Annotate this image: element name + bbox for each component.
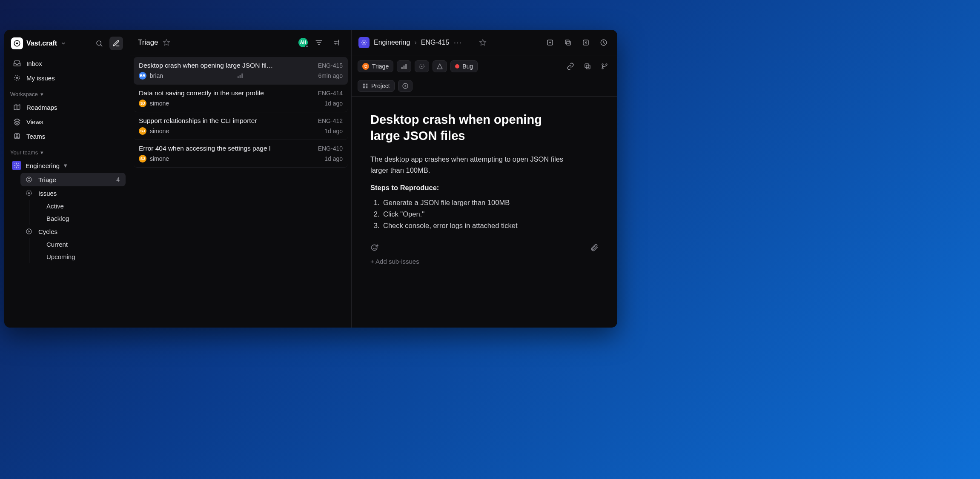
more-button[interactable]: ⋯ bbox=[453, 37, 463, 48]
label-pill-bug[interactable]: Bug bbox=[450, 60, 478, 72]
open-panel-button[interactable] bbox=[543, 36, 557, 49]
favorite-button[interactable] bbox=[479, 39, 487, 46]
link-button[interactable] bbox=[564, 60, 577, 73]
copy-button[interactable] bbox=[561, 36, 575, 49]
attach-button[interactable] bbox=[590, 243, 599, 252]
triage-icon bbox=[25, 175, 33, 184]
svg-rect-28 bbox=[586, 65, 590, 69]
close-panel-button[interactable] bbox=[579, 36, 593, 49]
sidebar-item-issues[interactable]: Issues bbox=[20, 186, 126, 200]
svg-point-10 bbox=[28, 192, 30, 194]
favorite-button[interactable] bbox=[163, 39, 170, 46]
svg-point-17 bbox=[363, 42, 365, 43]
triage-icon bbox=[362, 63, 369, 70]
breadcrumb-id[interactable]: ENG-415 bbox=[421, 39, 450, 46]
svg-point-38 bbox=[372, 245, 377, 250]
issue-title: Desktop crash when opening large JSON fi… bbox=[139, 62, 314, 69]
sidebar-item-triage[interactable]: Triage 4 bbox=[20, 173, 126, 186]
sidebar-item-views[interactable]: Views bbox=[9, 114, 126, 129]
issue-user: simone bbox=[150, 100, 169, 107]
issue-list-pane: Triage AH Desktop crash when opening lar… bbox=[130, 30, 352, 328]
duplicate-button[interactable] bbox=[581, 60, 594, 73]
issue-id: ENG-415 bbox=[318, 62, 343, 69]
svg-rect-14 bbox=[238, 76, 239, 78]
breadcrumb-separator: › bbox=[414, 39, 416, 46]
sidebar-item-current[interactable]: Current bbox=[42, 238, 126, 251]
filter-button[interactable] bbox=[312, 36, 326, 49]
sidebar-item-backlog[interactable]: Backlog bbox=[42, 212, 126, 225]
svg-rect-34 bbox=[366, 84, 367, 86]
svg-rect-19 bbox=[567, 41, 570, 45]
svg-point-2 bbox=[97, 41, 101, 46]
user-avatar: SJ bbox=[139, 100, 146, 107]
svg-point-8 bbox=[26, 177, 32, 182]
caret-down-icon: ▾ bbox=[64, 162, 67, 169]
list-title: Triage bbox=[138, 38, 158, 47]
sidebar-item-label: Issues bbox=[38, 190, 57, 197]
issue-title: Support relationships in the CLI importe… bbox=[139, 117, 314, 125]
svg-rect-25 bbox=[406, 64, 407, 69]
sidebar: Vast.craft Inbox My issues Workspace ▾ bbox=[4, 30, 130, 328]
sidebar-item-label: Views bbox=[26, 118, 43, 125]
svg-point-39 bbox=[373, 247, 374, 248]
svg-point-12 bbox=[338, 40, 339, 42]
step-item: Check console, error logs in attached ti… bbox=[381, 220, 599, 231]
issue-row[interactable]: Data not saving correctly in the user pr… bbox=[134, 85, 348, 112]
sidebar-item-label: Cycles bbox=[38, 228, 57, 235]
workspace-switcher[interactable]: Vast.craft bbox=[9, 35, 126, 56]
app-window: Vast.craft Inbox My issues Workspace ▾ bbox=[4, 30, 617, 328]
issue-row[interactable]: Desktop crash when opening large JSON fi… bbox=[134, 57, 348, 85]
issue-title[interactable]: Desktop crash when opening large JSON fi… bbox=[370, 112, 566, 144]
svg-point-40 bbox=[375, 247, 376, 248]
new-issue-button[interactable] bbox=[109, 37, 123, 50]
issue-time: 6min ago bbox=[318, 72, 343, 79]
breadcrumb-team[interactable]: Engineering bbox=[374, 39, 410, 46]
priority-pill[interactable] bbox=[397, 60, 411, 72]
history-button[interactable] bbox=[597, 36, 610, 49]
label-color-dot bbox=[455, 64, 459, 68]
section-workspace[interactable]: Workspace ▾ bbox=[9, 85, 126, 100]
svg-rect-23 bbox=[401, 67, 403, 69]
sidebar-item-upcoming[interactable]: Upcoming bbox=[42, 251, 126, 263]
inbox-icon bbox=[13, 59, 21, 68]
status-pill[interactable]: Triage bbox=[358, 60, 393, 72]
add-reaction-button[interactable] bbox=[370, 243, 379, 252]
estimate-pill[interactable] bbox=[433, 60, 447, 72]
issue-title: Error 404 when accessing the settings pa… bbox=[139, 145, 314, 152]
issue-list: Desktop crash when opening large JSON fi… bbox=[130, 55, 351, 328]
issue-description[interactable]: The desktop app crashes when attempting … bbox=[370, 154, 575, 176]
display-options-button[interactable] bbox=[330, 36, 344, 49]
target-icon bbox=[13, 74, 21, 82]
triage-count: 4 bbox=[116, 176, 121, 183]
svg-point-4 bbox=[16, 77, 18, 79]
sidebar-item-active[interactable]: Active bbox=[42, 200, 126, 212]
assignee-pill[interactable] bbox=[415, 60, 429, 72]
sidebar-item-teams[interactable]: Teams bbox=[9, 129, 126, 143]
sidebar-item-cycles[interactable]: Cycles bbox=[20, 225, 126, 238]
cycle-icon bbox=[25, 227, 33, 236]
issue-row[interactable]: Support relationships in the CLI importe… bbox=[134, 112, 348, 140]
svg-point-6 bbox=[16, 134, 18, 137]
cycle-pill[interactable] bbox=[398, 80, 413, 92]
svg-point-31 bbox=[606, 64, 607, 65]
svg-point-30 bbox=[602, 64, 603, 65]
sidebar-item-label: My issues bbox=[26, 74, 55, 82]
add-sub-issues-button[interactable]: + Add sub-issues bbox=[370, 258, 599, 265]
issue-time: 1d ago bbox=[324, 128, 343, 134]
sidebar-item-roadmaps[interactable]: Roadmaps bbox=[9, 100, 126, 114]
team-row-engineering[interactable]: Engineering ▾ bbox=[9, 158, 126, 173]
list-header: Triage AH bbox=[130, 30, 351, 55]
svg-point-13 bbox=[335, 43, 336, 44]
project-pill[interactable]: Project bbox=[358, 80, 395, 92]
svg-point-7 bbox=[16, 165, 17, 166]
issue-row[interactable]: Error 404 when accessing the settings pa… bbox=[134, 140, 348, 168]
section-your-teams[interactable]: Your teams ▾ bbox=[9, 143, 126, 158]
sidebar-item-my-issues[interactable]: My issues bbox=[9, 71, 126, 85]
assignee-avatar[interactable]: AH bbox=[298, 38, 308, 47]
branch-button[interactable] bbox=[598, 60, 611, 73]
svg-rect-29 bbox=[585, 64, 589, 68]
svg-point-1 bbox=[16, 43, 18, 45]
svg-rect-33 bbox=[363, 84, 365, 86]
sidebar-item-inbox[interactable]: Inbox bbox=[9, 56, 126, 71]
search-button[interactable] bbox=[92, 37, 106, 50]
